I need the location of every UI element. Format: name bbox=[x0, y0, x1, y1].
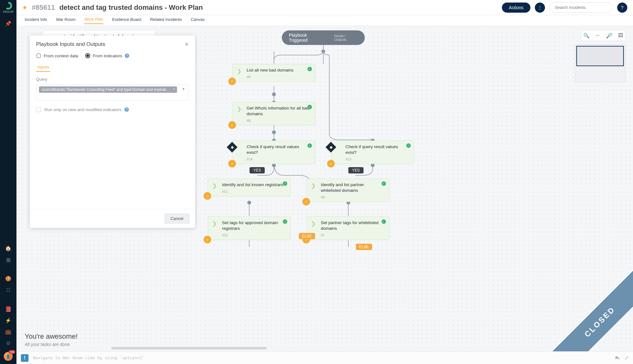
dialog-footer: Cancel bbox=[30, 209, 195, 228]
playbook-trigger-node[interactable]: Playbook Triggered Inputs / Outputs bbox=[282, 30, 365, 45]
dialog-subtab-inputs[interactable]: Inputs bbox=[36, 63, 50, 72]
task-node-8[interactable]: ❯ Get WhoIs information for all bad doma… bbox=[232, 102, 315, 125]
check-icon: ✓ bbox=[307, 67, 312, 71]
task-node-12[interactable]: ❯ Set tags for approved domain registrar… bbox=[208, 217, 291, 240]
tab-incident-info[interactable]: Incident Info bbox=[25, 17, 47, 24]
task-chevron-icon: ❯ bbox=[311, 221, 315, 227]
canvas-scrollbar[interactable] bbox=[111, 347, 267, 349]
radio-label: From indicators bbox=[93, 53, 122, 58]
bolt-icon: ⚡ bbox=[302, 198, 310, 205]
home-icon[interactable]: 🏠 bbox=[0, 242, 16, 254]
query-chip[interactable]: sourceBrands:"Bambenek Consulting Feed" … bbox=[39, 86, 177, 93]
gear-icon[interactable]: ⚙ bbox=[0, 337, 16, 349]
cancel-button[interactable]: Cancel bbox=[165, 214, 189, 223]
markdown-toggle[interactable]: M↓ bbox=[616, 356, 620, 360]
chip-remove-icon[interactable]: × bbox=[173, 87, 175, 91]
check-icon: ✓ bbox=[382, 219, 386, 224]
task-id: #7 bbox=[321, 233, 385, 237]
chevron-down-icon[interactable]: ▼ bbox=[182, 87, 185, 91]
task-node-9[interactable]: ❯ List all new bad domains #9 ✓ ⚡ bbox=[232, 64, 315, 82]
zoom-out-icon[interactable]: 🔎 bbox=[606, 33, 612, 39]
equalizer-icon[interactable]: ☷ bbox=[0, 284, 16, 296]
command-footer: ! Navigate to War Room view by using `op… bbox=[16, 351, 633, 364]
query-input[interactable]: sourceBrands:"Bambenek Consulting Feed" … bbox=[36, 84, 189, 101]
task-title: Check if query result values exist? bbox=[247, 144, 311, 155]
diamond-icon: ◆ bbox=[227, 142, 237, 153]
task-node-6[interactable]: ❯ Identify and list partner whitelisted … bbox=[307, 179, 389, 202]
bolt-icon: ⚡ bbox=[228, 160, 236, 167]
star-icon[interactable]: ★ bbox=[22, 4, 27, 11]
expand-icon[interactable]: ⤢ bbox=[624, 355, 629, 361]
incident-id: #85611 bbox=[32, 3, 55, 12]
radio-from-indicators[interactable]: From indicators ? bbox=[85, 53, 129, 58]
avatar-badge: +99 bbox=[9, 350, 15, 354]
run-only-new-row[interactable]: Run only on new and modified indicators … bbox=[36, 107, 189, 112]
task-node-14[interactable]: ◆ Check if query result values exist? #1… bbox=[232, 141, 315, 164]
bolt-icon[interactable]: ⚡ bbox=[0, 315, 16, 326]
app-sidebar: XSOAR 📌 🏠 ▦ 🍪 ☷ 📕 ⚡ 💼 ⚙ 👤 +99 bbox=[0, 0, 16, 364]
bolt-icon: ⚡ bbox=[327, 160, 335, 167]
help-icon[interactable]: ? bbox=[125, 53, 129, 58]
dashboard-icon[interactable]: ▦ bbox=[0, 254, 16, 265]
minimap[interactable] bbox=[575, 44, 625, 82]
task-chevron-icon: ❯ bbox=[212, 183, 217, 189]
help-icon[interactable]: ? bbox=[124, 107, 129, 112]
image-export-icon[interactable]: 🖼 bbox=[618, 33, 623, 39]
bolt-icon: ⚡ bbox=[204, 236, 211, 243]
task-id: #12 bbox=[222, 233, 286, 237]
help-button[interactable]: ? bbox=[617, 3, 627, 13]
check-icon: ✓ bbox=[382, 181, 386, 186]
close-icon[interactable]: ✕ bbox=[185, 41, 189, 47]
tab-war-room[interactable]: War Room bbox=[56, 17, 76, 24]
task-node-11[interactable]: ❯ Identify and list known registrars #11… bbox=[208, 179, 291, 196]
pin-icon[interactable]: 📌 bbox=[0, 18, 16, 29]
cookie-icon[interactable]: 🍪 bbox=[0, 273, 16, 284]
radio-from-context[interactable]: From context data bbox=[36, 53, 78, 58]
radio-label: From context data bbox=[44, 53, 78, 58]
trigger-io-link[interactable]: Inputs / Outputs bbox=[334, 34, 358, 41]
command-input[interactable]: Navigate to War Room view by using `opti… bbox=[33, 355, 611, 360]
task-title: Set partner tags for whitelisted domains bbox=[321, 220, 385, 231]
else-branch-label: ELSE bbox=[299, 233, 315, 239]
checkbox-label: Run only on new and modified indicators bbox=[44, 107, 121, 112]
zoom-toolbar: 🔍 ↔ 🔎 🖼 bbox=[581, 30, 625, 41]
fit-width-icon[interactable]: ↔ bbox=[595, 33, 600, 39]
minimap-viewport[interactable] bbox=[576, 46, 624, 66]
task-node-13[interactable]: ◆ Check if query result values exist? #1… bbox=[331, 141, 414, 164]
awesome-panel: You're awesome! All your tasks are done bbox=[25, 332, 78, 347]
task-node-7[interactable]: ❯ Set partner tags for whitelisted domai… bbox=[307, 217, 389, 240]
tab-related-incidents[interactable]: Related Incidents bbox=[150, 17, 182, 24]
brand-name: XSOAR bbox=[3, 10, 14, 13]
query-chip-text: sourceBrands:"Bambenek Consulting Feed" … bbox=[41, 87, 177, 92]
incident-tabs: Incident Info War Room Work Plan Evidenc… bbox=[16, 15, 633, 26]
checkbox-icon[interactable] bbox=[36, 107, 41, 112]
brand: XSOAR bbox=[3, 2, 14, 13]
bolt-icon: ⚡ bbox=[228, 78, 236, 85]
tab-work-plan[interactable]: Work Plan bbox=[84, 17, 103, 24]
alert-icon[interactable]: ! bbox=[21, 354, 28, 362]
task-id: #6 bbox=[321, 195, 385, 199]
book-icon[interactable]: 📕 bbox=[0, 303, 16, 315]
workplan-canvas[interactable]: auto_identify and tag trusted domains Yo… bbox=[16, 26, 633, 351]
search-input[interactable] bbox=[549, 2, 613, 13]
dialog-title: Playbook Inputs and Outputs bbox=[36, 41, 185, 47]
dialog-header: Playbook Inputs and Outputs ✕ bbox=[30, 35, 195, 52]
task-chevron-icon: ❯ bbox=[311, 183, 315, 189]
main-area: ★ #85611 detect and tag trusted domains … bbox=[16, 0, 633, 364]
radio-icon bbox=[36, 53, 41, 58]
page-header: ★ #85611 detect and tag trusted domains … bbox=[16, 0, 633, 15]
actions-button[interactable]: Actions bbox=[502, 3, 530, 13]
task-id: #8 bbox=[247, 119, 311, 122]
yes-branch-label: YES bbox=[348, 167, 364, 173]
zoom-in-icon[interactable]: 🔍 bbox=[583, 33, 590, 39]
briefcase-icon[interactable]: 💼 bbox=[0, 326, 16, 337]
user-avatar[interactable]: 👤 +99 bbox=[4, 352, 13, 361]
task-title: List all new bad domains bbox=[247, 67, 311, 73]
radio-icon bbox=[85, 53, 90, 58]
task-title: Check if query result values exist? bbox=[345, 144, 409, 155]
tab-canvas[interactable]: Canvas bbox=[191, 17, 205, 24]
more-menu-button[interactable]: ⋮ bbox=[535, 3, 545, 13]
tab-evidence-board[interactable]: Evidence Board bbox=[112, 17, 141, 24]
check-icon: ✓ bbox=[283, 219, 287, 224]
page-title: detect and tag trusted domains - Work Pl… bbox=[59, 3, 203, 12]
